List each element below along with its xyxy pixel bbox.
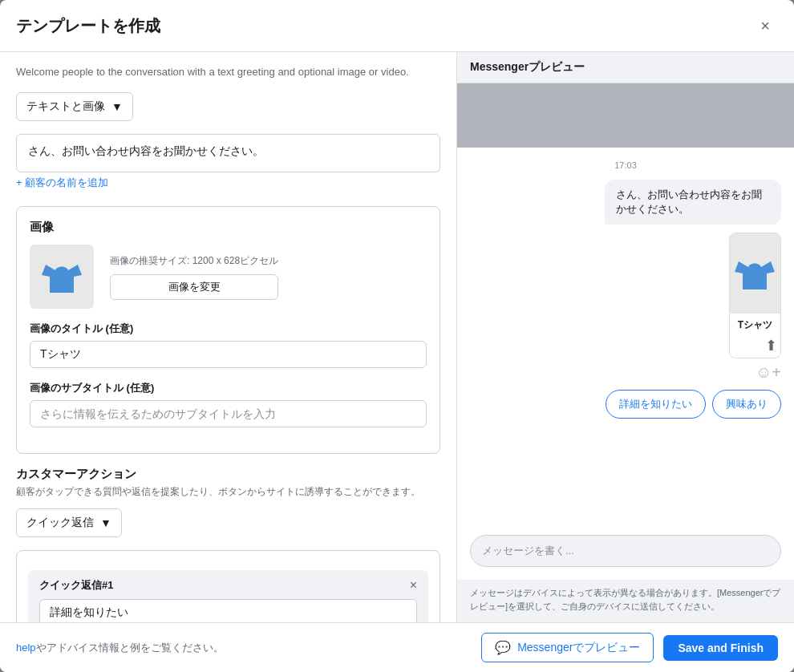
message-input-area: メッセージを書く... (470, 535, 781, 567)
chevron-down-icon: ▼ (111, 100, 123, 113)
title-field-label: 画像のタイトル (任意) (30, 322, 427, 336)
subtitle-input[interactable] (30, 400, 427, 427)
title-input[interactable] (30, 341, 427, 368)
help-link[interactable]: help (16, 642, 36, 654)
footer-right: 💬 Messengerでプレビュー Save and Finish (481, 633, 778, 662)
subtitle-field-label: 画像のサブタイトル (任意) (30, 381, 427, 395)
left-panel-inner: Welcome people to the conversation with … (0, 52, 456, 622)
image-size-hint: 画像の推奨サイズ: 1200 x 628ピクセル (110, 254, 278, 268)
quick-reply-btn-1[interactable]: 詳細を知りたい (606, 390, 706, 419)
image-meta: 画像の推奨サイズ: 1200 x 628ピクセル 画像を変更 (110, 254, 278, 300)
image-card: Tシャツ ⬆ (729, 233, 781, 358)
format-dropdown[interactable]: テキストと画像 ▼ (16, 92, 133, 121)
share-icon-area: ⬆ (730, 337, 780, 358)
modal-title: テンプレートを作成 (16, 15, 160, 37)
modal-overlay: テンプレートを作成 × Welcome people to the conver… (0, 0, 794, 672)
help-suffix: やアドバイス情報と例をご覧ください。 (36, 642, 224, 654)
preview-footer-note: メッセージはデバイスによって表示が異なる場合があります。[Messengerでプ… (457, 580, 794, 622)
preview-tshirt-icon (731, 249, 779, 298)
greeting-box: さん、お問い合わせ内容をお聞かせください。 (16, 134, 440, 172)
time-label: 17:03 (470, 160, 781, 170)
customer-action-section: カスタマーアクション 顧客がタップできる質問や返信を提案したり、ボタンからサイト… (16, 467, 440, 622)
tshirt-icon (38, 253, 86, 301)
preview-area: 17:03 さん、お問い合わせ内容をお聞かせください。 Tシャツ (457, 83, 794, 622)
messenger-header-bar (457, 83, 794, 148)
quick-reply-dropdown-label: クイック返信 (26, 516, 94, 530)
messenger-icon: 💬 (495, 640, 511, 655)
quick-reply-dropdown[interactable]: クイック返信 ▼ (16, 508, 122, 537)
quick-reply-btn-2[interactable]: 興味あり (712, 390, 781, 419)
emoji-button[interactable]: ☺+ (756, 363, 781, 382)
share-button[interactable]: ⬆ (765, 337, 777, 354)
modal: テンプレートを作成 × Welcome people to the conver… (0, 0, 794, 672)
quick-reply-item: クイック返信#1 × (28, 570, 428, 622)
image-section-label: 画像 (30, 220, 427, 235)
preview-header: Messengerプレビュー (457, 52, 794, 83)
image-row: 画像の推奨サイズ: 1200 x 628ピクセル 画像を変更 (30, 245, 427, 309)
modal-footer: helpやアドバイス情報と例をご覧ください。 💬 Messengerでプレビュー… (0, 622, 794, 672)
left-panel: Welcome people to the conversation with … (0, 52, 457, 622)
format-dropdown-label: テキストと画像 (26, 99, 105, 114)
quick-reply-item-header: クイック返信#1 × (39, 578, 417, 593)
footer-help-text: helpやアドバイス情報と例をご覧ください。 (16, 641, 224, 655)
subtitle-text: Welcome people to the conversation with … (16, 65, 440, 79)
modal-header: テンプレートを作成 × (0, 0, 794, 52)
emoji-btn-area: ☺+ (470, 363, 781, 382)
quick-reply-section: クイック返信#1 × (16, 550, 440, 622)
change-image-button[interactable]: 画像を変更 (110, 274, 278, 300)
image-card-label: Tシャツ (730, 314, 780, 337)
quick-reply-remove-button[interactable]: × (410, 579, 417, 592)
messenger-preview-button[interactable]: 💬 Messengerでプレビュー (481, 633, 654, 662)
customer-action-title: カスタマーアクション (16, 467, 440, 482)
quick-reply-input[interactable] (39, 599, 417, 622)
chevron-down-icon-2: ▼ (100, 516, 111, 529)
image-section: 画像 画像の推奨サイズ: 1200 x 628ピクセル 画像を変更 (16, 206, 440, 454)
image-card-img (730, 233, 780, 314)
messenger-preview-label: Messengerでプレビュー (517, 641, 640, 655)
quick-reply-item-label: クイック返信#1 (39, 578, 113, 593)
message-input-placeholder: メッセージを書く... (482, 544, 574, 557)
right-panel: Messengerプレビュー 17:03 さん、お問い合わせ内容をお聞かせくださ… (457, 52, 794, 622)
message-bubble: さん、お問い合わせ内容をお聞かせください。 (605, 180, 781, 225)
message-text: さん、お問い合わせ内容をお聞かせください。 (616, 188, 762, 215)
image-thumbnail (30, 245, 94, 309)
customer-action-desc: 顧客がタップできる質問や返信を提案したり、ボタンからサイトに誘導することができま… (16, 485, 440, 499)
chat-window: 17:03 さん、お問い合わせ内容をお聞かせください。 Tシャツ (457, 148, 794, 580)
save-finish-button[interactable]: Save and Finish (663, 635, 778, 661)
greeting-text: さん、お問い合わせ内容をお聞かせください。 (28, 144, 264, 157)
add-name-link[interactable]: + 顧客の名前を追加 (16, 176, 108, 190)
modal-body: Welcome people to the conversation with … (0, 52, 794, 622)
close-button[interactable]: × (752, 13, 778, 38)
quick-reply-buttons: 詳細を知りたい 興味あり (470, 390, 781, 419)
